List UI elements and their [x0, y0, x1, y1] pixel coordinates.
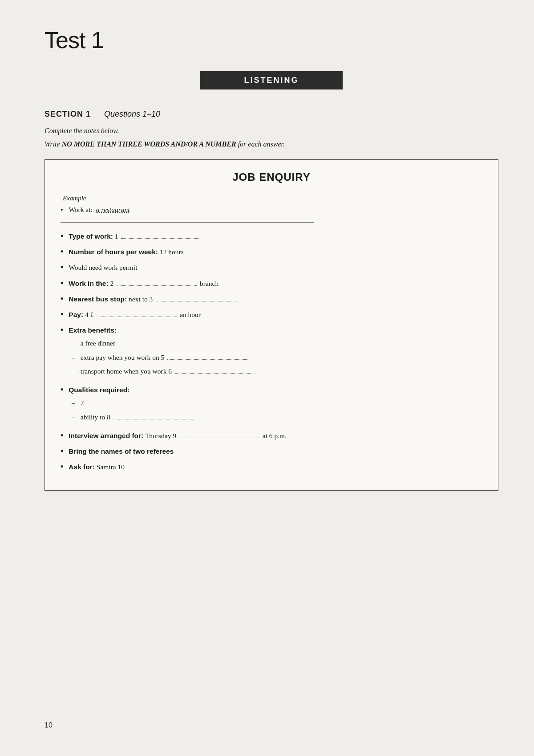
sub-item: – a free dinner	[72, 338, 256, 348]
benefit-3: transport home when you work 6	[81, 366, 256, 376]
page-number: 10	[44, 721, 53, 729]
item-work-in: Work in the: 2 branch	[69, 278, 482, 289]
quality-1: 7	[81, 398, 169, 408]
example-answer: a restaurant	[96, 206, 176, 214]
sub-item: – extra pay when you work on 5	[72, 352, 256, 362]
bullet-dot: •	[61, 309, 63, 320]
bullet-dot: •	[61, 293, 63, 305]
list-item: • Type of work: 1	[61, 231, 482, 242]
section-header: SECTION 1 Questions 1–10	[44, 110, 498, 119]
bullet-dot: •	[61, 430, 63, 441]
list-item: • Bring the names of two referees	[61, 446, 482, 457]
fill-4	[97, 317, 177, 317]
box-title: JOB ENQUIRY	[61, 171, 482, 186]
item-referees: Bring the names of two referees	[69, 446, 482, 456]
item-bus-stop: Nearest bus stop: next to 3	[69, 294, 482, 304]
fill-10	[128, 469, 208, 469]
bullet-dot: •	[61, 231, 63, 242]
bullet-dot: •	[61, 278, 63, 289]
list-item: • Nearest bus stop: next to 3	[61, 293, 482, 305]
item-interview: Interview arranged for: Thursday 9 at 6 …	[69, 431, 482, 441]
sub-item: – ability to 8	[72, 412, 195, 422]
quality-2: ability to 8	[81, 412, 195, 422]
sub-list-qualities: – 7 – ability to 8	[61, 398, 195, 426]
bullet-dot: •	[61, 446, 63, 457]
divider-line	[61, 222, 314, 223]
example-label: Example	[63, 195, 482, 202]
item-work-permit: Would need work permit	[69, 262, 482, 272]
sub-list-benefits: – a free dinner – extra pay when you wor…	[61, 338, 256, 380]
instruction-2: Write NO MORE THAN THREE WORDS AND/OR A …	[44, 140, 498, 148]
bullet-dot: •	[61, 384, 63, 395]
bullet-dot: •	[61, 325, 63, 336]
item-ask-for: Ask for: Samira 10	[69, 462, 482, 472]
list-item: • Interview arranged for: Thursday 9 at …	[61, 430, 482, 441]
section-questions: Questions 1–10	[104, 110, 160, 119]
sub-item: – transport home when you work 6	[72, 366, 256, 376]
fill-6	[175, 373, 255, 374]
fill-9	[179, 438, 259, 438]
bullet-dot: •	[61, 246, 63, 257]
fill-8	[113, 419, 194, 419]
listening-banner: LISTENING	[200, 71, 343, 89]
item-extra-benefits: Extra benefits:	[69, 325, 117, 335]
list-item: • Extra benefits: – a free dinner – extr…	[61, 325, 482, 380]
list-item: • Number of hours per week: 12 hours	[61, 246, 482, 257]
example-bullet-text: Work at:	[69, 206, 92, 214]
list-item: • Qualities required: – 7 – ability to 8	[61, 384, 482, 426]
instruction-1: Complete the notes below.	[44, 127, 498, 135]
fill-2	[117, 285, 197, 286]
list-item: • Work in the: 2 branch	[61, 278, 482, 289]
bullet-dot: •	[61, 461, 63, 472]
list-item: • Ask for: Samira 10	[61, 461, 482, 472]
list-item: • Pay: 4 £ an hour	[61, 309, 482, 320]
benefit-2: extra pay when you work on 5	[81, 352, 249, 362]
fill-5	[167, 359, 247, 360]
example-item: Work at: a restaurant	[61, 206, 482, 214]
fill-1	[121, 238, 201, 239]
bullet-dot: •	[61, 262, 63, 273]
list-item: • Would need work permit	[61, 262, 482, 273]
page-title: Test 1	[44, 27, 498, 53]
sub-item: – 7	[72, 398, 195, 408]
banner-container: LISTENING	[44, 71, 498, 89]
bullet-list: • Type of work: 1 • Number of hours per …	[61, 231, 482, 472]
item-hours: Number of hours per week: 12 hours	[69, 247, 482, 257]
benefit-1: a free dinner	[81, 338, 115, 348]
item-qualities: Qualities required:	[69, 385, 129, 395]
item-pay: Pay: 4 £ an hour	[69, 309, 482, 320]
fill-7	[87, 405, 167, 405]
fill-3	[156, 301, 236, 301]
item-type-of-work: Type of work: 1	[69, 231, 482, 241]
section-label: SECTION 1	[44, 110, 91, 119]
job-enquiry-box: JOB ENQUIRY Example Work at: a restauran…	[44, 159, 498, 491]
